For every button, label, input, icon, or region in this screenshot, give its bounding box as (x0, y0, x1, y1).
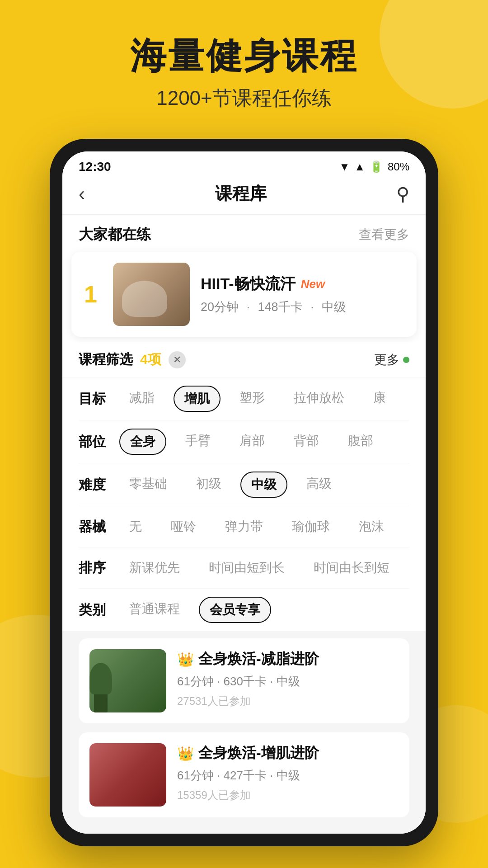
filter-row-bodypart: 部位 全身 手臂 肩部 背部 腹部 (79, 420, 409, 463)
crown-icon-2: 👑 (177, 745, 194, 761)
filter-tag-muscle[interactable]: 增肌 (174, 386, 221, 412)
filter-tag-dumbbell[interactable]: 哑铃 (161, 514, 206, 539)
filter-tag-beginner0[interactable]: 零基础 (119, 472, 177, 498)
course-thumbnail-1 (89, 649, 166, 712)
page-title: 课程库 (215, 182, 267, 205)
filter-label: 课程筛选 (79, 350, 133, 369)
filter-difficulty-label: 难度 (79, 476, 119, 494)
filter-tag-foam[interactable]: 泡沫 (349, 514, 394, 539)
course-name-row-1: 👑 全身焕活-减脂进阶 (177, 649, 399, 669)
filter-active-dot (403, 357, 409, 363)
filter-category-tags: 普通课程 会员专享 (119, 597, 409, 623)
filter-tag-yogaball[interactable]: 瑜伽球 (282, 514, 340, 539)
filter-goal-tags: 减脂 增肌 塑形 拉伸放松 康 (119, 386, 409, 412)
filter-options: 目标 减脂 增肌 塑形 拉伸放松 康 部位 全身 手臂 肩部 背部 腹部 (62, 377, 426, 631)
sub-title: 1200+节课程任你练 (0, 85, 488, 112)
filter-row-difficulty: 难度 零基础 初级 中级 高级 (79, 463, 409, 506)
status-bar: 12:30 ▼ ▲ 🔋 80% (62, 151, 426, 178)
filter-bodypart-tags: 全身 手臂 肩部 背部 腹部 (119, 429, 409, 455)
phone-mockup: 12:30 ▼ ▲ 🔋 80% ‹ 课程库 ⚲ 大家都在练 查看更多 1 (50, 139, 438, 846)
filter-bodypart-label: 部位 (79, 433, 119, 451)
course-item-2[interactable]: 👑 全身焕活-增肌进阶 61分钟 · 427千卡 · 中级 15359人已参加 (79, 732, 409, 817)
course-thumbnail-2 (89, 743, 166, 807)
filter-row-equipment: 器械 无 哑铃 弹力带 瑜伽球 泡沫 (79, 506, 409, 547)
filter-goal-label: 目标 (79, 390, 119, 408)
filter-tag-time-asc[interactable]: 时间由短到长 (199, 556, 295, 580)
filter-left: 课程筛选 4项 ✕ (79, 350, 186, 369)
popular-title: 大家都在练 (79, 225, 151, 245)
filter-tag-beginner[interactable]: 初级 (186, 472, 231, 498)
wifi-icon: ▼ (339, 160, 350, 173)
course-list: 👑 全身焕活-减脂进阶 61分钟 · 630千卡 · 中级 27531人已参加 (62, 631, 426, 834)
filter-tag-advanced[interactable]: 高级 (296, 472, 342, 498)
filter-tag-vip[interactable]: 会员专享 (199, 597, 271, 623)
course-meta-1: 61分钟 · 630千卡 · 中级 (177, 674, 399, 689)
course-info-2: 👑 全身焕活-增肌进阶 61分钟 · 427千卡 · 中级 15359人已参加 (177, 743, 399, 807)
filter-tag-shape[interactable]: 塑形 (230, 386, 275, 412)
filter-bar: 课程筛选 4项 ✕ 更多 (62, 342, 426, 377)
course-name-1: 全身焕活-减脂进阶 (198, 649, 319, 669)
featured-thumbnail-image (113, 263, 190, 326)
filter-sort-tags: 新课优先 时间由短到长 时间由长到短 (119, 556, 409, 580)
filter-tag-abs[interactable]: 腹部 (338, 429, 383, 455)
filter-tag-stretch[interactable]: 拉伸放松 (284, 386, 354, 412)
view-more-button[interactable]: 查看更多 (359, 226, 409, 243)
filter-category-label: 类别 (79, 601, 119, 619)
filter-difficulty-tags: 零基础 初级 中级 高级 (119, 472, 409, 498)
filter-tag-fullbody[interactable]: 全身 (119, 429, 166, 455)
filter-sort-label: 排序 (79, 559, 119, 577)
filter-tag-back[interactable]: 背部 (284, 429, 329, 455)
course-participants-1: 27531人已参加 (177, 694, 399, 708)
status-icons: ▼ ▲ 🔋 80% (339, 160, 409, 173)
filter-tag-arms[interactable]: 手臂 (175, 429, 221, 455)
course-meta-2: 61分钟 · 427千卡 · 中级 (177, 768, 399, 783)
status-time: 12:30 (79, 160, 111, 174)
battery-text: 80% (388, 160, 409, 173)
filter-tag-time-desc[interactable]: 时间由长到短 (304, 556, 399, 580)
back-button[interactable]: ‹ (79, 183, 85, 205)
featured-course-name: HIIT-畅快流汗 New (201, 274, 404, 294)
featured-course-meta: 20分钟 · 148千卡 · 中级 (201, 299, 404, 315)
filter-row-sort: 排序 新课优先 时间由短到长 时间由长到短 (79, 547, 409, 589)
filter-tag-rehab[interactable]: 康 (363, 386, 396, 412)
rank-number: 1 (84, 281, 102, 308)
course-info-1: 👑 全身焕活-减脂进阶 61分钟 · 630千卡 · 中级 27531人已参加 (177, 649, 399, 712)
main-title: 海量健身课程 (0, 36, 488, 76)
popular-section-header: 大家都在练 查看更多 (62, 215, 426, 252)
featured-course-info: HIIT-畅快流汗 New 20分钟 · 148千卡 · 中级 (201, 274, 404, 315)
course-item-1[interactable]: 👑 全身焕活-减脂进阶 61分钟 · 630千卡 · 中级 27531人已参加 (79, 638, 409, 723)
battery-icon: 🔋 (370, 160, 383, 173)
filter-equipment-tags: 无 哑铃 弹力带 瑜伽球 泡沫 (119, 514, 409, 539)
filter-tag-normal[interactable]: 普通课程 (119, 597, 190, 623)
nav-bar: ‹ 课程库 ⚲ (62, 178, 426, 215)
filter-tag-none[interactable]: 无 (119, 514, 152, 539)
signal-icon: ▲ (354, 160, 365, 173)
crown-icon-1: 👑 (177, 651, 194, 667)
filter-row-category: 类别 普通课程 会员专享 (79, 589, 409, 631)
filter-tag-newest[interactable]: 新课优先 (119, 556, 190, 580)
filter-tag-intermediate[interactable]: 中级 (240, 472, 287, 498)
course-name-row-2: 👑 全身焕活-增肌进阶 (177, 743, 399, 763)
featured-thumbnail (113, 263, 190, 326)
course-name-2: 全身焕活-增肌进阶 (198, 743, 319, 763)
new-badge: New (301, 277, 325, 291)
filter-more-button[interactable]: 更多 (374, 351, 409, 368)
phone-screen: 12:30 ▼ ▲ 🔋 80% ‹ 课程库 ⚲ 大家都在练 查看更多 1 (62, 151, 426, 834)
filter-equipment-label: 器械 (79, 518, 119, 536)
header-section: 海量健身课程 1200+节课程任你练 (0, 0, 488, 112)
filter-tag-shoulders[interactable]: 肩部 (230, 429, 275, 455)
filter-clear-button[interactable]: ✕ (169, 351, 186, 368)
course-participants-2: 15359人已参加 (177, 788, 399, 802)
search-button[interactable]: ⚲ (396, 184, 409, 204)
featured-course-card[interactable]: 1 HIIT-畅快流汗 New 20分钟 · 148千卡 · 中级 (71, 252, 417, 337)
filter-tag-band[interactable]: 弹力带 (215, 514, 273, 539)
filter-row-goal: 目标 减脂 增肌 塑形 拉伸放松 康 (79, 377, 409, 420)
filter-tag-losefat[interactable]: 减脂 (119, 386, 164, 412)
filter-count: 4项 (140, 350, 161, 369)
